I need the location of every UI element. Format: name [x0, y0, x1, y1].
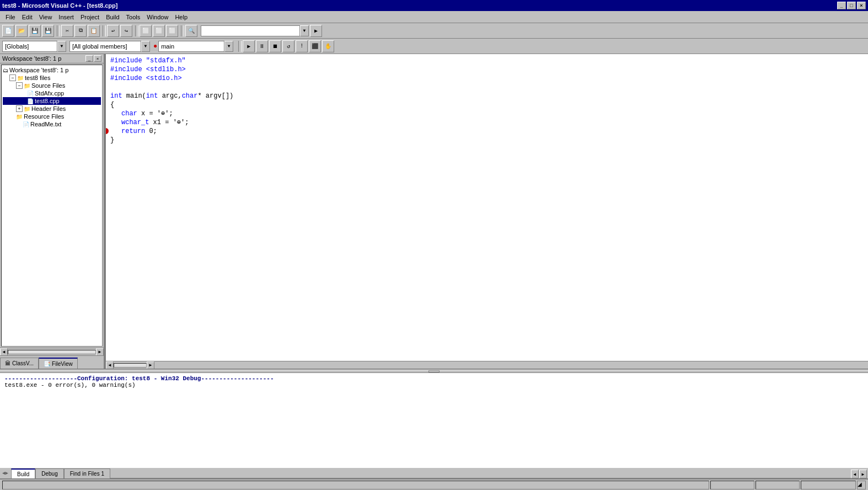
header-files-expand[interactable]: +	[16, 105, 23, 112]
menu-view[interactable]: View	[36, 13, 56, 22]
hand-button[interactable]: ✋	[322, 40, 334, 52]
project-folder-icon: 📁	[17, 75, 24, 81]
stop-button[interactable]: ⏹	[269, 40, 281, 52]
editor-scroll-left[interactable]: ◀	[106, 361, 114, 369]
apply-button[interactable]: !	[296, 40, 308, 52]
menu-insert[interactable]: Insert	[55, 13, 77, 22]
title-controls: _ □ ×	[837, 2, 866, 9]
code-content: #include "stdafx.h" #include <stdlib.h> …	[106, 54, 868, 147]
editor-hscroll-track[interactable]	[114, 363, 147, 368]
output-result-line: test8.exe - 0 error(s), 0 warning(s)	[4, 382, 864, 388]
scroll-right-btn[interactable]: ▶	[96, 348, 104, 356]
kw-char2: char	[121, 109, 137, 118]
menu-tools[interactable]: Tools	[123, 13, 144, 22]
output-tab-scroll-right[interactable]: ▶	[859, 470, 867, 478]
save-all-button[interactable]: 💾	[42, 25, 54, 37]
project-expand[interactable]: −	[9, 74, 16, 81]
header-folder-icon: 📁	[24, 106, 30, 112]
menu-window[interactable]: Window	[143, 13, 172, 22]
cut-button[interactable]: ✂	[61, 25, 73, 37]
output-panel: --------------------Configuration: test8…	[0, 369, 868, 479]
run-button[interactable]: ▶	[243, 40, 255, 52]
output-tabs: ◀▶ Build Debug Find in Files 1 ◀ ▶	[0, 468, 868, 479]
tree-test8-node[interactable]: 📄 test8.cpp	[3, 97, 101, 105]
tab-fileview[interactable]: 📑 FileView	[39, 358, 78, 369]
kw-int2: int	[146, 92, 158, 100]
workspace-close-btn[interactable]: ×	[94, 55, 101, 62]
search-dropdown-arrow[interactable]: ▼	[300, 25, 309, 36]
status-section-2	[710, 481, 754, 489]
breakpoint-button[interactable]: ⬛	[309, 40, 321, 52]
open-button[interactable]: 📂	[15, 25, 28, 37]
scope-dropdown[interactable]: [Globals]	[2, 41, 57, 52]
tree-readme-node[interactable]: 📄 ReadMe.txt	[3, 120, 101, 128]
search-go-button[interactable]: ▶	[310, 25, 322, 37]
tab-build[interactable]: Build	[11, 468, 35, 478]
restart-button[interactable]: ↺	[282, 40, 294, 52]
minimize-button[interactable]: _	[837, 2, 846, 9]
classview-label: ClassV...	[12, 360, 34, 366]
workspace-tabs: 🏛 ClassV... 📑 FileView	[0, 355, 104, 369]
code-editor[interactable]: #include "stdafx.h" #include <stdlib.h> …	[105, 54, 868, 369]
output-button[interactable]: ⬜	[153, 25, 165, 37]
scroll-left-btn[interactable]: ◀	[0, 348, 8, 356]
menu-edit[interactable]: Edit	[19, 13, 36, 22]
tree-project-node[interactable]: − 📁 test8 files	[3, 74, 101, 82]
code-text-5c: * argv[])	[197, 92, 233, 100]
menu-help[interactable]: Help	[172, 13, 191, 22]
source-files-expand[interactable]: −	[16, 82, 23, 89]
readme-label: ReadMe.txt	[30, 121, 61, 127]
wizard-button[interactable]: ⬜	[166, 25, 178, 37]
members-dropdown-arrow[interactable]: ▼	[141, 41, 150, 52]
sep2	[103, 25, 103, 36]
source-files-label: Source Files	[31, 82, 65, 89]
tree-workspace-root[interactable]: 🗂 Workspace 'test8': 1 p	[3, 66, 101, 74]
output-tab-scroll-left[interactable]: ◀	[851, 470, 859, 478]
code-line-5: int main( int argc, char * argv[])	[110, 92, 864, 100]
scope-dropdown-arrow[interactable]: ▼	[57, 41, 66, 52]
search-field[interactable]	[201, 25, 300, 36]
code-line-4	[110, 83, 864, 92]
tree-resource-files-node[interactable]: 📁 Resource Files	[3, 113, 101, 120]
fileview-icon: 📑	[44, 361, 50, 367]
copy-button[interactable]: ⧉	[74, 25, 87, 37]
status-section-4	[801, 481, 856, 489]
tree-header-files-node[interactable]: + 📁 Header Files	[3, 105, 101, 113]
toolbar2: [Globals] ▼ [All global members] ▼ ● mai…	[0, 39, 868, 54]
close-button[interactable]: ×	[857, 2, 866, 9]
stdafx-file-icon: 📄	[27, 90, 34, 97]
workspace-panel: Workspace 'test8': 1 p _ × 🗂 Workspace '…	[0, 54, 105, 369]
function-dropdown-arrow[interactable]: ▼	[224, 41, 233, 52]
new-button[interactable]: 📄	[2, 25, 14, 37]
kw-return: return	[121, 127, 145, 136]
tree-source-files-node[interactable]: − 📁 Source Files	[3, 82, 101, 89]
paste-button[interactable]: 📋	[88, 25, 100, 37]
breakpoint-indicator	[105, 128, 109, 134]
code-line-2: #include <stdlib.h>	[110, 65, 864, 74]
scroll-track[interactable]	[8, 350, 96, 354]
menu-project[interactable]: Project	[77, 13, 103, 22]
tab-debug[interactable]: Debug	[35, 468, 63, 478]
workspace-close-buttons: _ ×	[85, 55, 101, 62]
menu-build[interactable]: Build	[103, 13, 122, 22]
toolbar1: 📄 📂 💾 💾 ✂ ⧉ 📋 ↩ ↪ ⬜ ⬜ ⬜ 🔍 ▼ ▶	[0, 23, 868, 39]
find-button[interactable]: 🔍	[185, 25, 197, 37]
save-button[interactable]: 💾	[29, 25, 41, 37]
editor-scroll-right[interactable]: ▶	[147, 361, 154, 369]
tab-find-in-files[interactable]: Find in Files 1	[64, 468, 110, 478]
members-dropdown[interactable]: [All global members]	[69, 41, 141, 52]
function-dropdown[interactable]: main	[158, 41, 224, 52]
workspace-minimize-btn[interactable]: _	[85, 55, 93, 62]
workspace-button[interactable]: ⬜	[140, 25, 152, 37]
menu-file[interactable]: File	[2, 13, 19, 22]
kw-int: int	[110, 92, 122, 100]
title-bar: test8 - Microsoft Visual C++ - [test8.cp…	[0, 0, 868, 11]
workspace-title: Workspace 'test8': 1 p	[2, 55, 61, 62]
tree-stdafx-node[interactable]: 📄 StdAfx.cpp	[3, 89, 101, 97]
redo-button[interactable]: ↪	[120, 25, 132, 37]
pause-button[interactable]: ⏸	[256, 40, 268, 52]
tab-classview[interactable]: 🏛 ClassV...	[0, 358, 39, 369]
undo-button[interactable]: ↩	[107, 25, 119, 37]
maximize-button[interactable]: □	[847, 2, 856, 9]
resource-folder-icon: 📁	[16, 114, 23, 120]
